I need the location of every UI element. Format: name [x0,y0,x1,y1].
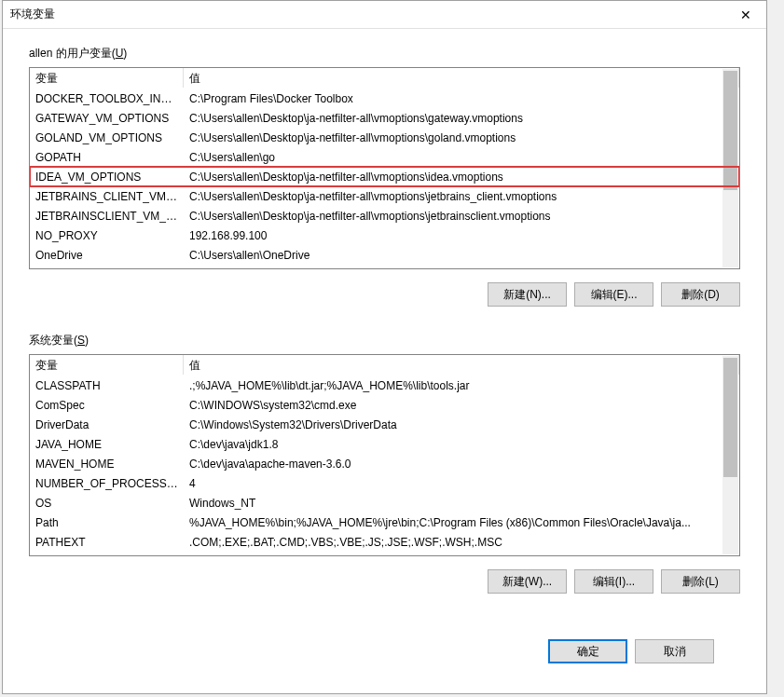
table-row[interactable]: ComSpecC:\WINDOWS\system32\cmd.exe [30,395,739,415]
env-vars-dialog: 环境变量 ✕ allen 的用户变量(U) 变量 值 DOCKER_TOOLBO… [2,0,767,694]
cell-variable: JETBRAINS_CLIENT_VM_O... [30,188,184,205]
cell-variable: CLASSPATH [30,377,184,394]
table-row[interactable]: GOPATHC:\Users\allen\go [30,147,739,167]
user-delete-button[interactable]: 删除(D) [661,282,740,307]
cell-value: C:\Users\allen\OneDrive [184,247,739,264]
table-row[interactable]: DriverDataC:\Windows\System32\Drivers\Dr… [30,415,739,434]
close-button[interactable]: ✕ [724,1,766,28]
user-vars-label: allen 的用户变量(U) [29,46,740,62]
cell-variable: OS [30,495,184,512]
scrollbar[interactable] [722,356,738,554]
dialog-content: allen 的用户变量(U) 变量 值 DOCKER_TOOLBOX_INST.… [3,29,766,693]
user-vars-section: allen 的用户变量(U) 变量 值 DOCKER_TOOLBOX_INST.… [29,46,740,329]
cell-variable: JAVA_HOME [30,436,184,453]
table-header: 变量 值 [30,68,739,89]
table-row[interactable]: CLASSPATH.;%JAVA_HOME%\lib\dt.jar;%JAVA_… [30,376,739,395]
table-header: 变量 值 [30,355,739,376]
table-row[interactable]: Path%JAVA_HOME%\bin;%JAVA_HOME%\jre\bin;… [30,512,739,532]
cell-variable: DOCKER_TOOLBOX_INST... [30,90,184,107]
cell-value: C:\Users\allen\Desktop\ja-netfilter-all\… [184,188,739,205]
table-row[interactable]: OSWindows_NT [30,493,739,512]
cell-value: C:\Users\allen\Desktop\ja-netfilter-all\… [184,110,739,127]
system-delete-button[interactable]: 删除(L) [661,569,740,594]
cell-value: C:\Users\allen\go [184,149,739,166]
system-buttons: 新建(W)... 编辑(I)... 删除(L) [29,569,740,594]
col-value[interactable]: 值 [184,355,739,375]
user-buttons: 新建(N)... 编辑(E)... 删除(D) [29,282,740,307]
user-vars-table[interactable]: 变量 值 DOCKER_TOOLBOX_INST...C:\Program Fi… [29,67,740,269]
table-row[interactable]: DOCKER_TOOLBOX_INST...C:\Program Files\D… [30,89,739,108]
cell-value: C:\Program Files\Docker Toolbox [184,90,739,107]
cell-variable: DriverData [30,417,184,433]
cell-variable: PATHEXT [30,534,184,551]
cell-variable: IDEA_VM_OPTIONS [30,169,184,185]
cell-value: 4 [184,475,739,492]
cell-value: C:\Windows\System32\Drivers\DriverData [184,417,739,433]
scrollbar-thumb[interactable] [723,358,737,477]
col-variable[interactable]: 变量 [30,68,184,88]
user-table-body: DOCKER_TOOLBOX_INST...C:\Program Files\D… [30,89,739,268]
cell-variable: GOLAND_VM_OPTIONS [30,130,184,146]
cell-value: C:\dev\java\jdk1.8 [184,436,739,453]
table-row[interactable]: JETBRAINS_CLIENT_VM_O...C:\Users\allen\D… [30,186,739,206]
dialog-footer: 确定 取消 [29,630,740,682]
col-variable[interactable]: 变量 [30,355,184,375]
cell-value: C:\Users\allen\Desktop\ja-netfilter-all\… [184,130,739,146]
cell-variable: Path [30,514,184,531]
system-vars-label: 系统变量(S) [29,333,740,348]
user-new-button[interactable]: 新建(N)... [488,282,567,307]
cell-value: C:\Users\allen\Desktop\ja-netfilter-all\… [184,169,739,185]
cell-value: C:\WINDOWS\system32\cmd.exe [184,397,739,414]
cell-value: .;%JAVA_HOME%\lib\dt.jar;%JAVA_HOME%\lib… [184,377,739,394]
col-value[interactable]: 值 [184,68,739,88]
cell-variable: NO_PROXY [30,227,184,244]
table-row[interactable]: NUMBER_OF_PROCESSORS4 [30,473,739,493]
cell-value: C:\Users\allen\Desktop\ja-netfilter-all\… [184,208,739,225]
table-row[interactable]: NO_PROXY192.168.99.100 [30,226,739,245]
table-row[interactable]: OneDriveC:\Users\allen\OneDrive [30,245,739,265]
cell-value: .COM;.EXE;.BAT;.CMD;.VBS;.VBE;.JS;.JSE;.… [184,534,739,551]
user-edit-button[interactable]: 编辑(E)... [574,282,653,307]
cell-value: %JAVA_HOME%\bin;%JAVA_HOME%\jre\bin;C:\P… [184,514,739,531]
cell-variable: MAVEN_HOME [30,456,184,472]
cancel-button[interactable]: 取消 [635,639,714,663]
cell-variable: NUMBER_OF_PROCESSORS [30,475,184,492]
table-row[interactable]: JETBRAINSCLIENT_VM_O...C:\Users\allen\De… [30,206,739,226]
cell-value: Windows_NT [184,495,739,512]
table-row[interactable]: PATHEXT.COM;.EXE;.BAT;.CMD;.VBS;.VBE;.JS… [30,532,739,552]
cell-variable: GATEWAY_VM_OPTIONS [30,110,184,127]
system-vars-section: 系统变量(S) 变量 值 CLASSPATH.;%JAVA_HOME%\lib\… [29,333,740,603]
cell-variable: OneDrive [30,247,184,264]
table-row[interactable]: JAVA_HOMEC:\dev\java\jdk1.8 [30,434,739,454]
titlebar: 环境变量 ✕ [3,1,766,29]
system-new-button[interactable]: 新建(W)... [488,569,567,594]
close-icon: ✕ [740,7,751,22]
cell-variable: JETBRAINSCLIENT_VM_O... [30,208,184,225]
cell-variable: GOPATH [30,149,184,166]
system-vars-table[interactable]: 变量 值 CLASSPATH.;%JAVA_HOME%\lib\dt.jar;%… [29,354,740,556]
table-row[interactable]: GOLAND_VM_OPTIONSC:\Users\allen\Desktop\… [30,128,739,147]
table-row[interactable]: GATEWAY_VM_OPTIONSC:\Users\allen\Desktop… [30,108,739,128]
cell-value: C:\dev\java\apache-maven-3.6.0 [184,456,739,472]
cell-value: 192.168.99.100 [184,227,739,244]
dialog-title: 环境变量 [10,7,55,22]
table-row[interactable]: MAVEN_HOMEC:\dev\java\apache-maven-3.6.0 [30,454,739,473]
ok-button[interactable]: 确定 [548,639,627,663]
table-row[interactable]: IDEA_VM_OPTIONSC:\Users\allen\Desktop\ja… [30,167,739,186]
system-edit-button[interactable]: 编辑(I)... [574,569,653,594]
cell-variable: ComSpec [30,397,184,414]
system-table-body: CLASSPATH.;%JAVA_HOME%\lib\dt.jar;%JAVA_… [30,376,739,555]
